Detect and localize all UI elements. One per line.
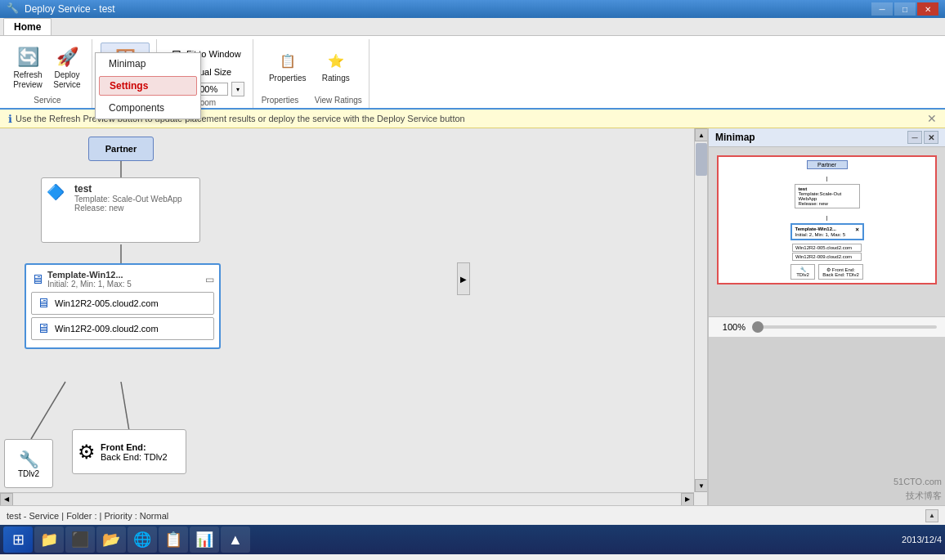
- info-text: Use the Refresh Preview button to update…: [16, 114, 465, 123]
- collapse-button[interactable]: ▭: [205, 274, 214, 285]
- scroll-up-button[interactable]: ▲: [695, 128, 708, 141]
- frontend-icon: ⚙: [78, 441, 96, 464]
- partner-node-label: Partner: [105, 144, 137, 154]
- taskbar: ⊞ 📁 ⬛ 📂 🌐 📋 📊 ▲ 2013/12/4: [0, 525, 945, 554]
- server-node-2-label: Win12R2-009.cloud2.com: [55, 324, 159, 334]
- minimap-panel: Minimap ─ ✕ Partner test Template:Scale-…: [708, 128, 945, 505]
- properties-icon: 📋: [275, 47, 301, 74]
- components-menu-item[interactable]: Components: [96, 97, 200, 119]
- tab-home[interactable]: Home: [3, 18, 52, 35]
- watermark-tagline: 技术博客: [893, 489, 942, 503]
- scroll-right-button[interactable]: ▶: [681, 493, 694, 506]
- ratings-button[interactable]: ⭐ Ratings: [313, 46, 358, 85]
- minimap-close-button[interactable]: ✕: [924, 131, 938, 144]
- mm-bottom-nodes: 🔧 TDlv2 ⚙ Front End: Back End: TDlv2: [722, 264, 932, 280]
- properties-button[interactable]: 📋 Properties: [265, 46, 310, 85]
- minimap-header: Minimap ─ ✕: [709, 128, 945, 147]
- zoom-slider-handle[interactable]: [752, 321, 764, 333]
- minimap-zoom-slider[interactable]: [752, 325, 937, 329]
- refresh-preview-label: RefreshPreview: [13, 70, 43, 90]
- scroll-thumb-v[interactable]: [696, 143, 707, 176]
- svg-line-2: [31, 382, 65, 439]
- taskbar-app-7[interactable]: ▲: [221, 526, 250, 553]
- template-node[interactable]: 🖥 Template-Win12... Initial: 2, Min: 1, …: [25, 263, 221, 349]
- taskbar-app-1[interactable]: 📁: [34, 526, 64, 553]
- template-node-subtitle: Initial: 2, Min: 1, Max: 5: [47, 280, 132, 289]
- taskbar-app-5[interactable]: 📋: [159, 526, 188, 553]
- ribbon-tabs: Home: [0, 18, 945, 36]
- horizontal-scrollbar[interactable]: ◀ ▶: [0, 492, 694, 505]
- minimap-content: Partner test Template:Scale-Out WebApp R…: [709, 147, 945, 316]
- partner-node[interactable]: Partner: [88, 137, 154, 161]
- tool-window-dropdown: Minimap Settings Components: [95, 52, 201, 119]
- minimap-zoom-label: 100%: [717, 322, 746, 332]
- ribbon-group-service: 🔄 RefreshPreview 🚀 DeployService Service: [3, 39, 92, 108]
- mm-template-node: Template-Win12...✕ Initial: 2, Min: 1, M…: [790, 223, 864, 240]
- frontend-node[interactable]: ⚙ Front End: Back End: TDlv2: [72, 429, 186, 474]
- status-up-button[interactable]: ▲: [925, 509, 938, 522]
- zoom-dropdown[interactable]: ▾: [231, 82, 244, 96]
- deploy-service-button[interactable]: 🚀 DeployService: [49, 43, 85, 92]
- tray-datetime: 2013/12/4: [902, 535, 942, 544]
- mm-connector-1: [722, 177, 932, 181]
- system-tray: 2013/12/4: [902, 535, 942, 544]
- ratings-icon: ⭐: [323, 47, 349, 74]
- scroll-left-button[interactable]: ◀: [0, 493, 13, 506]
- service-group-label: Service: [34, 94, 60, 108]
- refresh-preview-button[interactable]: 🔄 RefreshPreview: [10, 43, 46, 92]
- minimap-title: Minimap: [715, 132, 907, 143]
- deploy-icon: 🚀: [54, 44, 80, 70]
- scroll-down-button[interactable]: ▼: [695, 479, 708, 492]
- vertical-scrollbar[interactable]: ▲ ▼: [694, 128, 707, 492]
- settings-menu-item[interactable]: Settings: [99, 76, 197, 96]
- watermark: 51CTO.com 技术博客: [893, 475, 942, 502]
- mm-partner-node: Partner: [807, 160, 848, 169]
- properties-group-label: Properties View Ratings: [262, 94, 362, 108]
- server-icon-2: 🖥: [37, 321, 50, 336]
- taskbar-app-6[interactable]: 📊: [190, 526, 219, 553]
- close-button[interactable]: ✕: [917, 2, 938, 16]
- main-area: Partner 🔷 test Template: Scale-Out WebAp…: [0, 128, 945, 505]
- window-title: Deploy Service - test: [25, 3, 871, 15]
- server-node-2[interactable]: 🖥 Win12R2-009.cloud2.com: [31, 317, 214, 340]
- svg-line-3: [121, 382, 129, 431]
- taskbar-app-2[interactable]: ⬛: [65, 526, 95, 553]
- minimap-zoom-control: 100%: [709, 316, 945, 337]
- test-node[interactable]: 🔷 test Template: Scale-Out WebApp Releas…: [41, 177, 200, 243]
- info-close-button[interactable]: ✕: [927, 112, 937, 125]
- tdlv2-node[interactable]: 🔧 TDlv2: [4, 439, 53, 488]
- start-button[interactable]: ⊞: [3, 526, 33, 553]
- deploy-service-label: DeployService: [53, 70, 80, 90]
- taskbar-app-3[interactable]: 📂: [96, 526, 126, 553]
- tdlv2-label: TDlv2: [18, 469, 39, 478]
- minimap-lower-area: 51CTO.com 技术博客: [709, 337, 945, 506]
- refresh-icon: 🔄: [15, 44, 41, 70]
- title-bar: 🔧 Deploy Service - test ─ □ ✕: [0, 0, 945, 18]
- test-node-template: Template: Scale-Out WebApp: [74, 195, 182, 204]
- server-node-1[interactable]: 🖥 Win12R2-005.cloud2.com: [31, 292, 214, 315]
- tdlv2-icon: 🔧: [19, 450, 39, 469]
- maximize-button[interactable]: □: [894, 2, 916, 16]
- watermark-logo: 51CTO.com: [893, 475, 942, 489]
- minimap-minimize-button[interactable]: ─: [907, 131, 922, 144]
- status-bar: test - Service | Folder : | Priority : N…: [0, 505, 945, 525]
- app-icon: 🔧: [7, 2, 20, 16]
- info-icon: ℹ: [8, 113, 12, 125]
- scroll-track-h[interactable]: [13, 494, 681, 505]
- diagram-canvas: Partner 🔷 test Template: Scale-Out WebAp…: [0, 128, 708, 505]
- taskbar-app-4[interactable]: 🌐: [128, 526, 157, 553]
- mm-tdlv2-node: 🔧 TDlv2: [790, 264, 815, 280]
- mm-server-1: Win12R2-005.cloud2.com: [792, 244, 862, 252]
- properties-label: Properties: [269, 74, 307, 83]
- template-node-title: Template-Win12...: [47, 270, 132, 280]
- mm-frontend-node: ⚙ Front End: Back End: TDlv2: [818, 264, 863, 280]
- minimap-menu-item[interactable]: Minimap: [96, 53, 200, 74]
- scroll-track-v[interactable]: [695, 141, 707, 479]
- mm-test-node: test Template:Scale-Out WebApp Release: …: [795, 184, 860, 208]
- mm-connector-2: [722, 216, 932, 221]
- mm-server-2: Win12R2-009.cloud2.com: [792, 253, 862, 261]
- expand-panel-button[interactable]: ▶: [457, 262, 470, 295]
- minimize-button[interactable]: ─: [871, 2, 893, 16]
- minimap-controls: ─ ✕: [907, 131, 938, 144]
- frontend-title: Front End:: [101, 442, 168, 452]
